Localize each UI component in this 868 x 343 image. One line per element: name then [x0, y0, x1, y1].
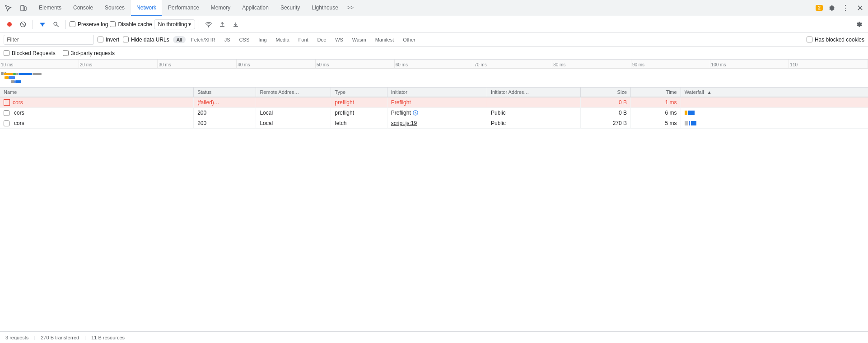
- third-party-requests-checkbox[interactable]: [63, 50, 69, 56]
- has-blocked-cookies-checkbox[interactable]: [807, 37, 812, 42]
- preserve-log-label[interactable]: Preserve log: [70, 21, 108, 28]
- invert-label[interactable]: Invert: [98, 37, 119, 43]
- timeline-section: 10 ms 20 ms 30 ms 40 ms 50 ms 60 ms 70 m…: [0, 60, 868, 88]
- preserve-log-checkbox[interactable]: [70, 21, 75, 27]
- filter-chip-css[interactable]: CSS: [236, 36, 253, 43]
- initiator-link-icon[interactable]: [412, 110, 419, 116]
- filter-input[interactable]: [4, 35, 94, 45]
- hide-data-urls-checkbox[interactable]: [123, 37, 129, 42]
- cell-name-1: cors: [0, 97, 194, 108]
- col-header-status[interactable]: Status: [194, 88, 256, 97]
- timeline-bars: [0, 69, 868, 88]
- ruler-tick-40: 40 ms: [237, 60, 316, 68]
- device-toggle-icon[interactable]: [17, 2, 30, 14]
- separator2: [65, 20, 66, 29]
- svg-rect-18: [4, 73, 13, 75]
- cell-size-2: 0 B: [581, 108, 631, 118]
- search-button[interactable]: [50, 19, 62, 30]
- filter-chip-manifest[interactable]: Manifest: [372, 36, 398, 43]
- ruler-tick-110: 110: [789, 60, 868, 68]
- tab-sources[interactable]: Sources: [99, 0, 130, 16]
- filter-chip-ws[interactable]: WS: [331, 36, 347, 43]
- col-header-remote[interactable]: Remote Addres…: [256, 88, 331, 97]
- row-checkbox-3[interactable]: [4, 121, 9, 126]
- record-button[interactable]: [4, 19, 15, 30]
- more-options-icon[interactable]: ⋮: [839, 2, 852, 14]
- col-header-name[interactable]: Name: [0, 88, 194, 97]
- disable-cache-checkbox[interactable]: [110, 21, 116, 27]
- ruler-tick-10: 10 ms: [0, 60, 79, 68]
- hide-data-urls-label[interactable]: Hide data URLs: [123, 37, 169, 43]
- notification-badge: 2: [816, 5, 823, 11]
- blocked-requests-label[interactable]: Blocked Requests: [4, 50, 56, 56]
- wf-bar: [691, 121, 696, 125]
- filter-chip-all[interactable]: All: [173, 36, 186, 43]
- settings-icon[interactable]: [825, 2, 837, 14]
- filter-bar: Invert Hide data URLs All Fetch/XHR JS C…: [0, 32, 868, 47]
- col-header-size[interactable]: Size: [581, 88, 631, 97]
- throttle-select[interactable]: No throttling ▾: [154, 19, 196, 29]
- row-checkbox-2[interactable]: [4, 110, 9, 116]
- tab-network[interactable]: Network: [131, 0, 162, 16]
- cell-status-3: 200: [194, 118, 256, 129]
- row-checkbox-1[interactable]: [4, 99, 10, 106]
- svg-rect-12: [6, 76, 9, 79]
- tab-console[interactable]: Console: [68, 0, 98, 16]
- tab-elements[interactable]: Elements: [33, 0, 67, 16]
- cell-type-3: fetch: [331, 118, 387, 129]
- export-icon[interactable]: [230, 19, 242, 30]
- ruler-tick-90: 90 ms: [631, 60, 710, 68]
- filter-chip-doc[interactable]: Doc: [314, 36, 330, 43]
- wf-bar: [685, 111, 687, 115]
- filter-toggle-button[interactable]: [37, 19, 48, 30]
- invert-checkbox[interactable]: [98, 37, 103, 42]
- col-header-waterfall[interactable]: Waterfall ▲: [681, 88, 868, 97]
- svg-point-5: [54, 22, 57, 25]
- tab-application[interactable]: Application: [237, 0, 274, 16]
- col-header-initiator-addr[interactable]: Initiator Addres…: [487, 88, 581, 97]
- network-settings-icon[interactable]: [853, 19, 864, 30]
- svg-rect-16: [16, 80, 21, 83]
- tab-memory[interactable]: Memory: [205, 0, 236, 16]
- tab-lighthouse[interactable]: Lighthouse: [306, 0, 344, 16]
- third-party-requests-label[interactable]: 3rd-party requests: [63, 50, 115, 56]
- disable-cache-label[interactable]: Disable cache: [110, 21, 152, 28]
- wf-bar: [689, 121, 690, 125]
- col-header-initiator[interactable]: Initiator: [387, 88, 487, 97]
- tab-more[interactable]: >>: [345, 0, 356, 16]
- table-row: cors 200 Local preflight Preflight: [0, 108, 868, 118]
- ruler-tick-60: 60 ms: [395, 60, 474, 68]
- cell-time-1: 1 ms: [631, 97, 681, 108]
- cell-remote-3: Local: [256, 118, 331, 129]
- timeline-ruler: 10 ms 20 ms 30 ms 40 ms 50 ms 60 ms 70 m…: [0, 60, 868, 69]
- checkbox-row: Blocked Requests 3rd-party requests: [0, 47, 868, 60]
- cell-remote-1: [256, 97, 331, 108]
- filter-chip-other[interactable]: Other: [399, 36, 419, 43]
- cursor-icon[interactable]: [2, 2, 14, 14]
- ruler-tick-100: 100 ms: [710, 60, 789, 68]
- sort-arrow-icon: ▲: [707, 90, 712, 95]
- wifi-icon[interactable]: [203, 19, 215, 30]
- ruler-tick-50: 50 ms: [316, 60, 395, 68]
- import-icon[interactable]: [216, 19, 228, 30]
- close-devtools-icon[interactable]: ✕: [854, 2, 866, 14]
- timeline-chart: [0, 69, 868, 88]
- col-header-time[interactable]: Time: [631, 88, 681, 97]
- col-header-type[interactable]: Type: [331, 88, 387, 97]
- filter-chip-media[interactable]: Media: [272, 36, 293, 43]
- blocked-requests-checkbox[interactable]: [4, 50, 9, 56]
- filter-chip-img[interactable]: Img: [255, 36, 270, 43]
- tab-performance[interactable]: Performance: [163, 0, 205, 16]
- clear-button[interactable]: [17, 19, 29, 30]
- cell-waterfall-2: [681, 108, 868, 118]
- tab-bar: Elements Console Sources Network Perform…: [0, 0, 868, 16]
- has-blocked-cookies-label[interactable]: Has blocked cookies: [807, 37, 864, 43]
- filter-chip-font[interactable]: Font: [295, 36, 312, 43]
- svg-rect-22: [33, 73, 42, 75]
- filter-chip-wasm[interactable]: Wasm: [349, 36, 370, 43]
- tab-security[interactable]: Security: [275, 0, 305, 16]
- filter-chip-fetchxhr[interactable]: Fetch/XHR: [187, 36, 219, 43]
- table-row: cors (failed)… preflight Preflight: [0, 97, 868, 108]
- filter-chip-js[interactable]: JS: [221, 36, 234, 43]
- svg-rect-11: [5, 76, 6, 79]
